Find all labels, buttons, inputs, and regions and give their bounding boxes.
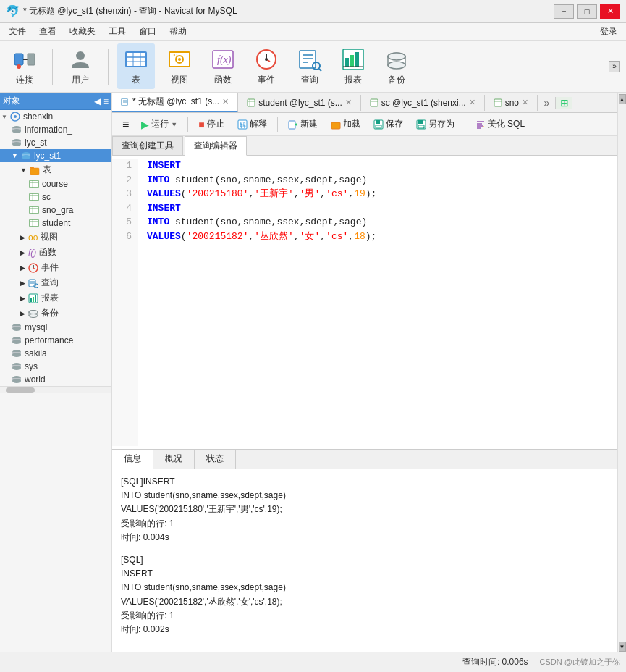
views-folder-icon: oo	[28, 232, 38, 243]
svg-point-80	[12, 340, 21, 344]
tree-lyc-st[interactable]: lyc_st	[0, 136, 111, 149]
beautify-button[interactable]: 美化 SQL	[470, 116, 530, 133]
info-tab-info-label: 信息	[124, 453, 141, 463]
toolbar-scroll-right[interactable]: »	[609, 61, 620, 72]
app-icon: 🐬	[6, 4, 20, 18]
tree-sno-gra[interactable]: sno_gra	[0, 203, 111, 217]
toolbar-function[interactable]: f(x) 函数	[204, 43, 242, 89]
tab-student-close[interactable]: ✕	[345, 98, 352, 107]
tab-scroll-right[interactable]: »	[538, 97, 555, 109]
code-editor[interactable]: 1 2 3 4 5 6 INSERT INTO student(sno,snam…	[112, 156, 617, 449]
tree-performance[interactable]: performance	[0, 334, 111, 347]
tree-functions-folder[interactable]: ▶ f() 函数	[0, 245, 111, 260]
query-editor-tab[interactable]: 查询编辑器	[185, 136, 247, 156]
info-sql-2-into: INTO student(sno,sname,ssex,sdept,sage)	[121, 581, 609, 595]
toolbar-event[interactable]: 事件	[248, 43, 285, 89]
menu-bar: 文件 查看 收藏夹 工具 窗口 帮助 登录	[0, 23, 626, 41]
menu-view[interactable]: 查看	[33, 24, 62, 39]
toolbar-table[interactable]: 表	[117, 43, 155, 89]
toolbar-view[interactable]: oo 视图	[161, 43, 198, 89]
toolbar-connect[interactable]: 连接	[6, 43, 43, 89]
toolbar-user[interactable]: 用户	[62, 43, 99, 89]
tree-course[interactable]: course	[0, 177, 111, 190]
toolbar-backup[interactable]: 备份	[378, 43, 415, 89]
sidebar-scrollbar[interactable]	[0, 386, 111, 393]
menu-file[interactable]: 文件	[3, 24, 32, 39]
info-tab-status[interactable]: 状态	[195, 450, 236, 469]
tree-shenxin[interactable]: shenxin	[0, 110, 111, 123]
tab-sc[interactable]: sc @lyc_st1 (shenxi... ✕	[361, 95, 485, 111]
info-sql-2-affected: 受影响的行: 1	[121, 609, 609, 623]
login-button[interactable]: 登录	[594, 24, 623, 39]
info-tab-info[interactable]: 信息	[112, 450, 153, 469]
query-time: 查询时间: 0.006s	[462, 656, 528, 668]
tab-student[interactable]: student @lyc_st1 (s... ✕	[238, 95, 361, 111]
svg-rect-110	[418, 120, 423, 124]
menu-help[interactable]: 帮助	[164, 24, 193, 39]
svg-point-33	[388, 62, 405, 69]
scrollbar-up[interactable]: ▲	[619, 94, 626, 104]
tab-sno-close[interactable]: ✕	[522, 98, 528, 107]
code-content[interactable]: INSERT INTO student(sno,sname,ssex,sdept…	[138, 159, 617, 446]
tree-sakila[interactable]: sakila	[0, 347, 111, 360]
tree-information[interactable]: information_	[0, 123, 111, 136]
sidebar-nav-left[interactable]: ◀	[94, 96, 101, 106]
toolbar-report[interactable]: 报表	[334, 43, 372, 89]
tree-events-folder[interactable]: ▶ 事件	[0, 260, 111, 275]
tab-student-label: student @lyc_st1 (s...	[258, 98, 342, 108]
tab-untitled-close[interactable]: ✕	[222, 97, 229, 106]
tree-sc[interactable]: sc	[0, 190, 111, 203]
sno-gra-label: sno_gra	[42, 205, 73, 215]
report-label: 报表	[344, 74, 362, 86]
mysql-icon	[12, 323, 22, 332]
tree-sys[interactable]: sys	[0, 360, 111, 373]
tree-backups-folder[interactable]: ▶ 备份	[0, 306, 111, 321]
minimize-button[interactable]: －	[554, 4, 574, 19]
run-button[interactable]: ▶ 运行 ▼	[136, 116, 182, 133]
reports-folder-label: 报表	[41, 292, 59, 304]
main-scrollbar[interactable]: ▲ ▼	[617, 93, 626, 652]
tree-world[interactable]: world	[0, 373, 111, 386]
tree-student[interactable]: student	[0, 217, 111, 230]
info-sql-2-header: [SQL]	[121, 553, 609, 567]
save-as-button[interactable]: + 另存为	[411, 116, 460, 133]
menu-window[interactable]: 窗口	[133, 24, 162, 39]
tree-tables-folder[interactable]: ▼ 表	[0, 162, 111, 177]
info-sql-1-affected: 受影响的行: 1	[121, 517, 609, 531]
load-button[interactable]: 加载	[326, 116, 365, 133]
svg-point-19	[265, 58, 268, 61]
tab-sc-close[interactable]: ✕	[469, 98, 475, 107]
query-builder-tab[interactable]: 查询创建工具	[112, 136, 183, 155]
stop-button[interactable]: ■ 停止	[193, 116, 229, 133]
tab-untitled[interactable]: * 无标题 @lyc_st1 (s... ✕	[112, 93, 238, 112]
tab-sno[interactable]: sno ✕	[485, 95, 538, 111]
scrollbar-down[interactable]: ▼	[619, 642, 626, 652]
line-num-6: 6	[118, 230, 132, 244]
sidebar-nav-right[interactable]: ≡	[103, 96, 109, 106]
new-button[interactable]: 新建	[283, 116, 323, 133]
line-num-3: 3	[118, 187, 132, 201]
tree-queries-folder[interactable]: ▶ 查询	[0, 275, 111, 290]
tree-lyc-st1[interactable]: ▼ lyc_st1	[0, 149, 111, 162]
tree-reports-folder[interactable]: ▶ 报表	[0, 290, 111, 306]
backups-folder-label: 备份	[41, 307, 59, 319]
explain-button[interactable]: 解 解释	[232, 116, 272, 133]
close-button[interactable]: ✕	[600, 4, 620, 19]
menu-favorites[interactable]: 收藏夹	[64, 24, 101, 39]
query-label: 查询	[301, 74, 318, 86]
sidebar-scroll-thumb	[6, 387, 35, 393]
maximize-button[interactable]: □	[577, 4, 597, 19]
tab-new-button[interactable]: ⊞	[555, 97, 572, 109]
load-icon	[331, 119, 341, 130]
toolbar-query[interactable]: 查询	[291, 43, 329, 89]
tables-arrow: ▼	[20, 167, 27, 174]
new-icon	[288, 119, 298, 130]
tree-mysql[interactable]: mysql	[0, 321, 111, 334]
save-button[interactable]: 保存	[368, 116, 408, 133]
functions-arrow: ▶	[20, 249, 25, 256]
menu-tools[interactable]: 工具	[103, 24, 132, 39]
info-tab-overview[interactable]: 概况	[153, 450, 195, 469]
hamburger-menu[interactable]: ≡	[118, 117, 133, 133]
event-icon	[253, 46, 279, 72]
tree-views-folder[interactable]: ▶ oo 视图	[0, 230, 111, 245]
